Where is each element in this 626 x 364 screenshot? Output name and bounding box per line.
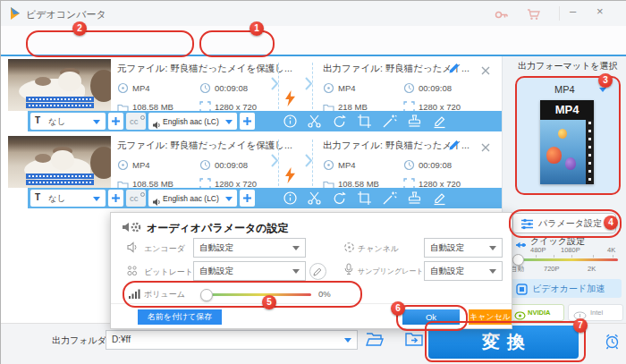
- dropdown-caret-icon: [225, 197, 233, 201]
- convert-button[interactable]: 変換: [428, 326, 579, 359]
- crop-icon[interactable]: [357, 114, 372, 132]
- thumbnail-art: [58, 72, 81, 91]
- output-format-panel[interactable]: MP4 MP4: [515, 76, 621, 195]
- nvidia-eye-icon: [514, 308, 526, 324]
- res-label-2k: 2K: [588, 265, 596, 273]
- volume-slider-handle[interactable]: [200, 289, 213, 301]
- format-dropdown-caret-icon[interactable]: [599, 88, 606, 92]
- save-as-button[interactable]: 名前を付けて保存: [138, 309, 222, 325]
- info-icon[interactable]: [283, 114, 298, 132]
- rename-pencil-icon[interactable]: [448, 62, 460, 78]
- annotation-badge-7: 7: [573, 318, 588, 333]
- bitrate-value: 自動設定: [199, 266, 233, 277]
- license-key-icon[interactable]: [495, 8, 509, 24]
- audio-track-value: English aac (LC): [163, 194, 219, 203]
- dropdown-caret-icon[interactable]: [344, 338, 351, 343]
- cc-degree-dot: [140, 192, 145, 197]
- trim-scissors-icon[interactable]: [307, 190, 322, 209]
- audio-track-value: English aac (LC): [163, 117, 219, 126]
- channel-select[interactable]: 自動設定: [424, 238, 503, 258]
- info-icon[interactable]: [283, 190, 298, 209]
- titlebar-separator: [559, 6, 560, 21]
- bitrate-edit-pencil-icon[interactable]: [309, 263, 326, 280]
- effect-wand-icon[interactable]: [382, 190, 397, 209]
- audio-track-select[interactable]: English aac (LC): [148, 190, 237, 207]
- samplerate-label: サンプリングレート: [358, 267, 424, 276]
- ok-button[interactable]: Ok: [402, 309, 460, 325]
- quick-resolution-slider-handle[interactable]: [512, 254, 524, 266]
- subtitle-T-icon: T: [35, 192, 40, 202]
- chevron-right-icon: [305, 77, 313, 94]
- add-audio-button[interactable]: [240, 190, 255, 207]
- audio-track-select[interactable]: English aac (LC): [148, 113, 237, 130]
- schedule-alarm-icon[interactable]: [604, 333, 621, 353]
- output-duration: 00:09:08: [419, 160, 452, 170]
- source-duration: 00:09:08: [215, 83, 248, 93]
- closed-caption-button[interactable]: cc: [126, 190, 146, 207]
- output-folder-input[interactable]: D:¥ff: [106, 330, 358, 350]
- video-thumbnail[interactable]: [8, 136, 111, 188]
- edit-pen-icon[interactable]: [432, 114, 447, 132]
- nvidia-button[interactable]: NVIDIA: [509, 304, 564, 321]
- parameter-settings-label: パラメータ設定: [538, 217, 602, 230]
- close-button[interactable]: ×: [596, 4, 604, 18]
- watermark-stamp-icon[interactable]: [407, 190, 422, 209]
- add-subtitle-button[interactable]: [108, 113, 123, 130]
- volume-slider[interactable]: [206, 293, 311, 296]
- thumbnail-art: [546, 147, 562, 164]
- trim-scissors-icon[interactable]: [307, 114, 322, 132]
- crop-icon[interactable]: [357, 190, 372, 209]
- parameter-settings-button[interactable]: パラメータ設定: [512, 213, 616, 233]
- video-thumbnail[interactable]: [8, 59, 111, 111]
- closed-caption-button[interactable]: cc: [126, 113, 146, 130]
- chevron-right-icon: [271, 154, 279, 171]
- source-file-label: 元ファイル: 野良猫だったメイを保護し...: [117, 140, 292, 152]
- dropdown-caret-icon: [292, 246, 300, 250]
- volume-value: 0%: [318, 289, 331, 299]
- channel-value: 自動設定: [430, 242, 464, 254]
- dialog-footer-divider: [111, 303, 512, 304]
- cc-label: cc: [130, 116, 139, 126]
- samplerate-select[interactable]: 自動設定: [424, 261, 503, 281]
- effect-wand-icon[interactable]: [382, 114, 397, 132]
- shop-cart-icon[interactable]: [527, 8, 541, 24]
- clock-icon: [199, 158, 211, 174]
- add-audio-button[interactable]: [240, 113, 255, 130]
- open-folder-icon[interactable]: [405, 332, 423, 350]
- browse-folder-icon[interactable]: [366, 332, 384, 350]
- add-subtitle-button[interactable]: [108, 190, 123, 207]
- cancel-button[interactable]: キャンセル: [469, 309, 512, 325]
- quick-resolution-slider[interactable]: [516, 258, 618, 261]
- dropdown-caret-icon: [292, 269, 300, 274]
- source-file-label: 元ファイル: 野良猫だったメイを保護し...: [117, 63, 292, 75]
- rotate-icon[interactable]: [332, 190, 347, 209]
- res-label-720p: 720P: [544, 265, 560, 273]
- subtitle-value: なし: [48, 116, 65, 128]
- minimize-button[interactable]: –: [570, 4, 576, 18]
- bitrate-select[interactable]: 自動設定: [193, 261, 306, 281]
- rotate-icon[interactable]: [332, 114, 347, 132]
- remove-row-icon[interactable]: [481, 140, 490, 156]
- dropdown-caret-icon: [489, 269, 496, 274]
- edit-pen-icon[interactable]: [432, 190, 447, 209]
- thumbnail-subtitle-strip: [26, 97, 94, 102]
- subtitle-select[interactable]: T なし: [30, 190, 106, 207]
- dropdown-caret-icon: [93, 197, 100, 201]
- encoder-select[interactable]: 自動設定: [193, 238, 306, 258]
- format-icon: [323, 81, 334, 97]
- audio-settings-icon: [122, 219, 142, 239]
- thumbnail-subtitle-strip: [26, 103, 94, 108]
- gpu-acceleration-bar[interactable]: ビデオカード加速: [509, 279, 622, 298]
- quick-settings-icon: [515, 237, 527, 253]
- watermark-stamp-icon[interactable]: [407, 114, 422, 132]
- app-window: ビデオコンバータ – × ファイル追加 フォルダ追加 クリア マージ: [0, 0, 626, 364]
- subtitle-value: なし: [48, 193, 65, 205]
- speaker-icon: [152, 117, 161, 133]
- encoder-value: 自動設定: [199, 242, 233, 254]
- subtitle-select[interactable]: T なし: [30, 113, 106, 130]
- output-folder-label: 出力フォルダ:: [52, 334, 109, 347]
- bitrate-icon: [127, 264, 138, 280]
- rename-pencil-icon[interactable]: [448, 139, 460, 155]
- remove-row-icon[interactable]: [481, 63, 490, 79]
- annotation-badge-5: 5: [262, 295, 276, 309]
